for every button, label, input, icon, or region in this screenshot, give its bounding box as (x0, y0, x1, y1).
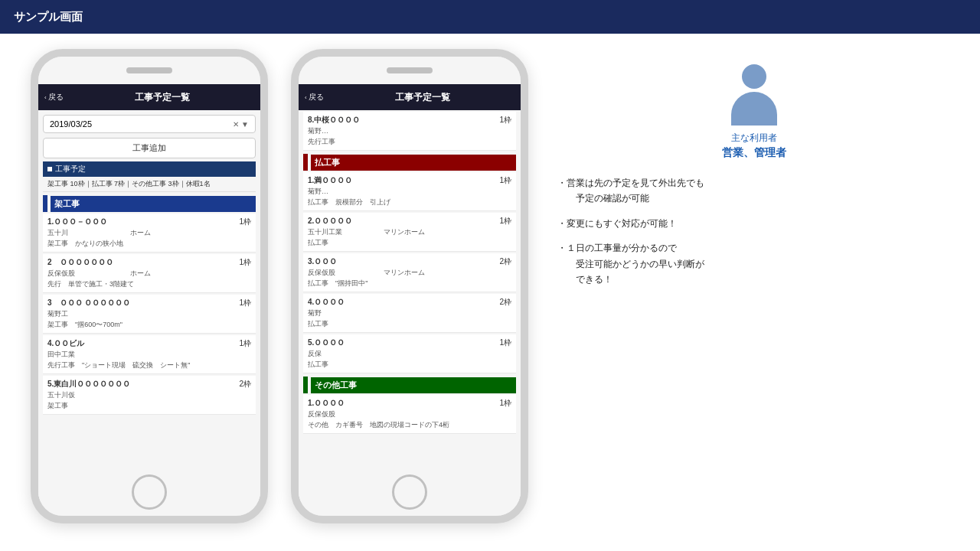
user-role-title: 主な利用者 (731, 132, 777, 145)
phone1-kaji-item-4[interactable]: 4.ＯＯビル 1枠 田中工業 先行工事 "ショート現場 硫交換 シート無" (43, 335, 256, 374)
phone1-kaji-item-2[interactable]: 2 ＯＯＯＯＯＯＯ 1枠 反保仮股 ホーム 先行 単管で施工・3階建て (43, 254, 256, 293)
phone1-summary-header: 工事予定 (43, 161, 256, 177)
item2-name: 2 ＯＯＯＯＯＯＯ (47, 257, 239, 268)
phone2-screen: ‹ 戻る 工事予定一覧 8.中桜ＯＯＯＯ 1枠 菊野… 先行工事 (299, 57, 521, 516)
item5-sub: 五十川仮 (47, 390, 251, 400)
item1-tag: 架工事 かなりの狭小地 (47, 239, 251, 249)
item4-sub: 田中工業 (47, 350, 251, 360)
h2-name: 2.ＯＯＯＯＯ (308, 216, 499, 227)
item5-tag: 架工事 (47, 401, 251, 411)
item1-name: 1.ＯＯＯ－ＯＯＯ (47, 217, 239, 227)
item3-count: 1枠 (239, 298, 251, 308)
phone2-top-item[interactable]: 8.中桜ＯＯＯＯ 1枠 菊野… 先行工事 (303, 112, 516, 151)
phone1-screen-content: 2019/03/25 ✕ ▼ 工事追加 工事予定 架工事 10枠｜払工事 7枠｜… (38, 110, 260, 499)
item2-count: 1枠 (239, 257, 251, 268)
h2-sub: 五十川工業 マリンホーム (308, 227, 511, 237)
phone1-kaji-item-3[interactable]: 3 ＯＯＯ ＯＯＯＯＯＯ 1枠 菊野工 架工事 "掴600〜700m" (43, 295, 256, 334)
phone2-harai-item-4[interactable]: 4.ＯＯＯＯ 2枠 菊野 払工事 (303, 294, 516, 333)
bullet-2: 変更にもすぐ対応が可能！ (559, 216, 949, 231)
phones-area: ‹ 戻る 工事予定一覧 2019/03/25 ✕ ▼ 工事追加 (31, 49, 528, 536)
h4-sub: 菊野 (308, 308, 511, 318)
phone1-kaji-item-5[interactable]: 5.東白川ＯＯＯＯＯＯＯ 2枠 五十川仮 架工事 (43, 376, 256, 415)
item1-sub: 五十川 ホーム (47, 228, 251, 238)
h5-count: 1枠 (499, 337, 511, 348)
phone1-nav-title: 工事予定一覧 (71, 91, 254, 104)
h3-name: 3.ＯＯＯ (308, 256, 499, 267)
p2-item8-name: 8.中桜ＯＯＯＯ (308, 115, 499, 126)
phone2-frame: ‹ 戻る 工事予定一覧 8.中桜ＯＯＯＯ 1枠 菊野… 先行工事 (291, 49, 528, 523)
p2-item8-count: 1枠 (499, 115, 511, 126)
phone2-navbar: ‹ 戻る 工事予定一覧 (299, 84, 521, 110)
item2-sub: 反保仮股 ホーム (47, 269, 251, 279)
phone2-harai-item-1[interactable]: 1.満ＯＯＯＯ 1枠 菊野… 払工事 規模部分 引上げ (303, 172, 516, 211)
h5-tag: 払工事 (308, 360, 511, 370)
phone2-nav-title: 工事予定一覧 (332, 91, 514, 104)
sonota-dot (303, 377, 308, 393)
phone1-summary-title: 工事予定 (55, 164, 86, 174)
h3-tag: 払工事 "掴持田中" (308, 279, 511, 289)
user-body (731, 92, 777, 126)
item3-sub: 菊野工 (47, 309, 251, 319)
phone1-kaji-item-1[interactable]: 1.ＯＯＯ－ＯＯＯ 1枠 五十川 ホーム 架工事 かなりの狭小地 (43, 214, 256, 253)
summary-dot (47, 167, 52, 171)
phone2-harai-header: 払工事 (303, 154, 516, 171)
phone1-back-label: 戻る (48, 92, 64, 103)
header-bar: サンプル画面 (0, 0, 980, 34)
item2-tag: 先行 単管で施工・3階建て (47, 279, 251, 289)
item3-name: 3 ＯＯＯ ＯＯＯＯＯＯ (47, 298, 239, 308)
p2-item8-tag: 先行工事 (308, 137, 511, 147)
phone1-summary: 工事予定 架工事 10枠｜払工事 7枠｜その他工事 3枠｜休暇1名 (43, 161, 256, 192)
phone2-harai-item-2[interactable]: 2.ＯＯＯＯＯ 1枠 五十川工業 マリンホーム 払工事 (303, 213, 516, 252)
phone2-harai-item-5[interactable]: 5.ＯＯＯＯ 1枠 反保 払工事 (303, 334, 516, 373)
h4-name: 4.ＯＯＯＯ (308, 297, 499, 308)
h1-tag: 払工事 規模部分 引上げ (308, 197, 511, 207)
h4-tag: 払工事 (308, 319, 511, 329)
h2-tag: 払工事 (308, 238, 511, 248)
phone1-date-value: 2019/03/25 (50, 119, 233, 129)
phone2-screen-content: 8.中桜ＯＯＯＯ 1枠 菊野… 先行工事 払工事 1.満ＯＯＯＯ (299, 110, 521, 499)
info-bullets: 営業は先の予定を見て外出先でも 予定の確認が可能 変更にもすぐ対応が可能！ １日… (559, 175, 949, 287)
h1-count: 1枠 (499, 175, 511, 186)
h3-count: 2枠 (499, 256, 511, 267)
s1-sub: 反保仮股 (308, 409, 511, 419)
s1-count: 1枠 (499, 398, 511, 409)
sonota-label: その他工事 (311, 377, 516, 393)
user-section: 主な利用者 営業、管理者 (559, 64, 949, 160)
item5-name: 5.東白川ＯＯＯＯＯＯＯ (47, 379, 239, 390)
item4-name: 4.ＯＯビル (47, 338, 239, 349)
phone2-harai-item-3[interactable]: 3.ＯＯＯ 2枠 反保仮股 マリンホーム 払工事 "掴持田中" (303, 253, 516, 292)
kaji-dot (43, 195, 47, 212)
h1-sub: 菊野… (308, 187, 511, 197)
user-role-sub: 営業、管理者 (722, 146, 786, 160)
s1-name: 1.ＯＯＯＯ (308, 398, 499, 409)
phone2-back-btn[interactable]: ‹ 戻る (305, 92, 324, 103)
h2-count: 1枠 (499, 216, 511, 227)
harai-dot (303, 154, 308, 171)
h5-name: 5.ＯＯＯＯ (308, 337, 499, 348)
phone1-filter-icons[interactable]: ✕ ▼ (233, 120, 249, 129)
chevron-left-icon2: ‹ (305, 94, 307, 101)
phone1-date-filter[interactable]: 2019/03/25 ✕ ▼ (43, 115, 256, 133)
bullet-3: １日の工事量が分かるので 受注可能かどうかの早い判断が できる！ (559, 240, 949, 287)
p2-item8-sub: 菊野… (308, 126, 511, 136)
phone1-kaji-header: 架工事 (43, 195, 256, 212)
item5-count: 2枠 (239, 379, 251, 390)
phone2-sonota-header: その他工事 (303, 377, 516, 393)
h4-count: 2枠 (499, 297, 511, 308)
phone1-add-button[interactable]: 工事追加 (43, 138, 256, 158)
phone2-back-label: 戻る (309, 92, 324, 103)
user-head (742, 64, 766, 89)
h1-name: 1.満ＯＯＯＯ (308, 175, 499, 186)
phone1-add-label: 工事追加 (132, 143, 166, 152)
item3-tag: 架工事 "掴600〜700m" (47, 320, 251, 330)
phone1-screen: ‹ 戻る 工事予定一覧 2019/03/25 ✕ ▼ 工事追加 (38, 57, 260, 516)
page-title: サンプル画面 (14, 10, 83, 24)
kaji-label: 架工事 (51, 196, 256, 212)
phone1-frame: ‹ 戻る 工事予定一覧 2019/03/25 ✕ ▼ 工事追加 (31, 49, 268, 523)
bullet-1: 営業は先の予定を見て外出先でも 予定の確認が可能 (559, 175, 949, 207)
s1-tag: その他 カギ番号 地図の現場コードの下4桁 (308, 420, 511, 430)
item4-count: 1枠 (239, 338, 251, 349)
phone1-summary-text: 架工事 10枠｜払工事 7枠｜その他工事 3枠｜休暇1名 (43, 177, 256, 192)
phone2-sonota-item-1[interactable]: 1.ＯＯＯＯ 1枠 反保仮股 その他 カギ番号 地図の現場コードの下4桁 (303, 395, 516, 434)
phone1-back-btn[interactable]: ‹ 戻る (44, 92, 64, 103)
